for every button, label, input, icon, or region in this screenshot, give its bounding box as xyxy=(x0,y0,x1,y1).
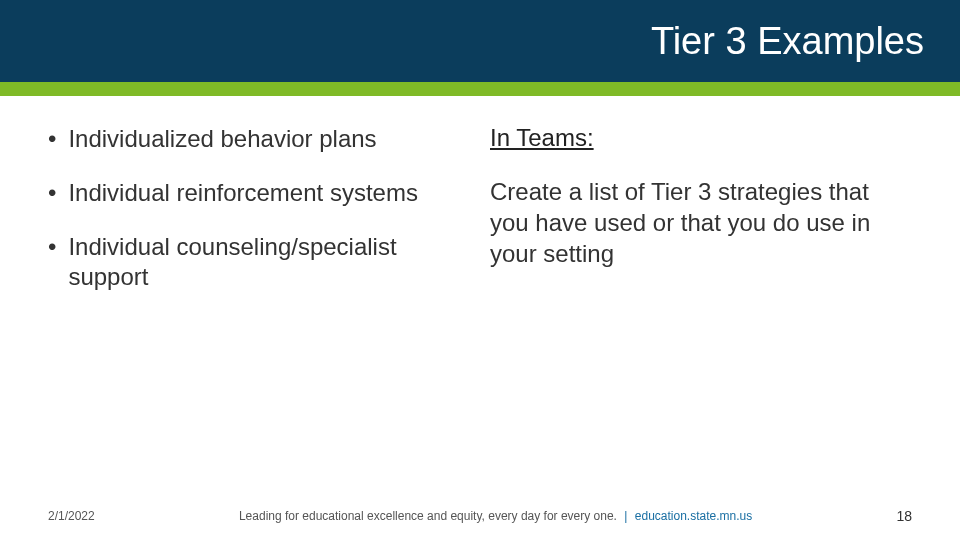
bullet-item: Individual reinforcement systems xyxy=(48,178,460,208)
footer-separator: | xyxy=(624,509,627,523)
page-number: 18 xyxy=(896,508,912,524)
bullet-text: Individual counseling/specialist support xyxy=(68,232,460,292)
bullet-text: Individual reinforcement systems xyxy=(68,178,417,208)
right-column: In Teams: Create a list of Tier 3 strate… xyxy=(480,124,912,540)
footer: 2/1/2022 Leading for educational excelle… xyxy=(0,508,960,524)
slide: Tier 3 Examples Individualized behavior … xyxy=(0,0,960,540)
bullet-item: Individualized behavior plans xyxy=(48,124,460,154)
bullet-item: Individual counseling/specialist support xyxy=(48,232,460,292)
bullet-list: Individualized behavior plans Individual… xyxy=(48,124,460,292)
left-column: Individualized behavior plans Individual… xyxy=(48,124,480,540)
content-area: Individualized behavior plans Individual… xyxy=(0,96,960,540)
accent-bar xyxy=(0,82,960,96)
footer-date: 2/1/2022 xyxy=(48,509,95,523)
title-bar: Tier 3 Examples xyxy=(0,0,960,82)
footer-center: Leading for educational excellence and e… xyxy=(95,509,897,523)
slide-title: Tier 3 Examples xyxy=(651,20,924,63)
teams-body: Create a list of Tier 3 strategies that … xyxy=(490,176,912,270)
footer-tagline: Leading for educational excellence and e… xyxy=(239,509,617,523)
footer-link: education.state.mn.us xyxy=(635,509,752,523)
teams-heading: In Teams: xyxy=(490,124,912,152)
bullet-text: Individualized behavior plans xyxy=(68,124,376,154)
